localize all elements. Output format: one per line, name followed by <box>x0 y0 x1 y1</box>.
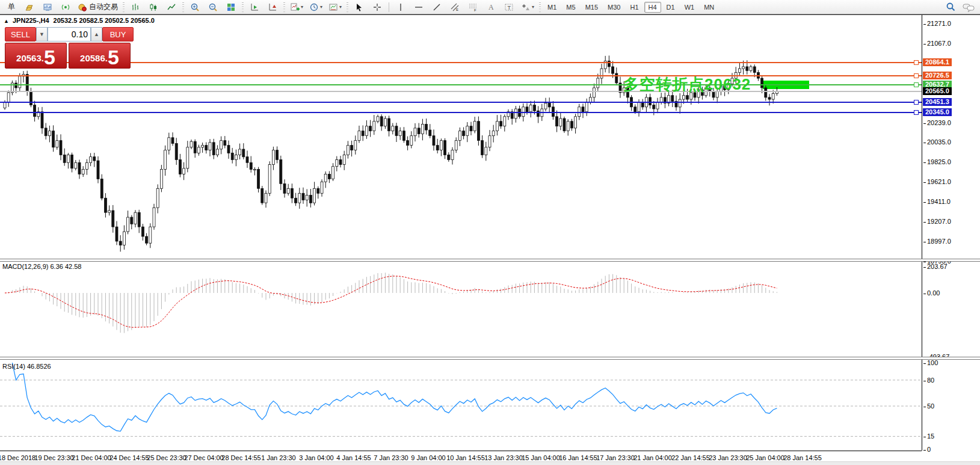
toolbar-handle <box>182 2 184 12</box>
time-axis-label: 27 Dec 04:00 <box>184 454 223 461</box>
new-order-label: 单 <box>8 2 15 12</box>
timeframe-m1[interactable]: M1 <box>543 2 561 13</box>
one-click-trading-panel: SELL ▼ ▲ BUY 20563.5 20586.5 <box>5 27 134 69</box>
add-indicator-button[interactable]: ▾ <box>288 1 306 14</box>
new-order-button[interactable]: 单 <box>3 1 20 14</box>
current-price-badge: 20565.0 <box>923 87 952 95</box>
text-label-button[interactable]: T <box>501 1 517 14</box>
level-drag-handle[interactable] <box>914 110 919 115</box>
rsi-pane[interactable] <box>0 362 922 451</box>
auto-scroll-button[interactable] <box>246 1 263 14</box>
level-drag-handle[interactable] <box>914 60 919 65</box>
price-axis[interactable]: 20864.120726.520632.720565.020451.320345… <box>922 15 980 451</box>
text-button[interactable]: A <box>482 1 499 14</box>
sell-quote[interactable]: 20563.5 <box>5 43 67 69</box>
time-axis-label: 18 Dec 2018 <box>0 454 35 461</box>
sell-button[interactable]: SELL <box>5 27 36 42</box>
shapes-icon <box>521 2 531 12</box>
horizontal-line-button[interactable] <box>410 1 427 14</box>
vertical-line-button[interactable] <box>392 1 409 14</box>
tile-windows-button[interactable] <box>223 1 239 14</box>
crosshair-button[interactable] <box>369 1 386 14</box>
cursor-button[interactable] <box>351 1 368 14</box>
buy-quote[interactable]: 20586.5 <box>69 43 131 69</box>
price-level-line[interactable] <box>0 102 922 103</box>
timeframe-m15[interactable]: M15 <box>581 2 602 13</box>
level-price-badge: 20726.5 <box>923 72 952 79</box>
chat-button[interactable] <box>960 1 977 14</box>
macd-label: MACD(12,26,9) 6.36 42.58 <box>2 263 81 270</box>
periods-clock-icon <box>309 2 319 12</box>
timeframe-m30[interactable]: M30 <box>603 2 624 13</box>
autotrading-icon <box>78 2 87 12</box>
market-watch-button[interactable] <box>39 1 56 14</box>
timeframe-h1[interactable]: H1 <box>626 2 643 13</box>
rsi-axis-tick: 0 <box>923 446 931 453</box>
chat-icon <box>963 2 975 12</box>
volume-increase-button[interactable]: ▲ <box>91 27 102 42</box>
price-level-line[interactable] <box>0 75 922 76</box>
price-level-line[interactable] <box>0 84 922 85</box>
price-axis-tick: 21271.0 <box>923 20 951 27</box>
line-chart-button[interactable] <box>163 1 180 14</box>
vertical-line-icon <box>396 2 405 12</box>
macd-axis-tick: 203.67 <box>923 263 948 270</box>
periods-button[interactable]: ▾ <box>307 1 325 14</box>
trendline-button[interactable] <box>428 1 445 14</box>
toolbar-handle <box>539 2 541 12</box>
price-axis-tick: 20239.0 <box>923 119 951 126</box>
templates-button[interactable]: ▾ <box>326 1 344 14</box>
price-level-line[interactable] <box>0 62 922 63</box>
level-drag-handle[interactable] <box>914 100 919 105</box>
time-axis-label: 28 Jan 14:55 <box>783 454 822 461</box>
volume-decrease-button[interactable]: ▼ <box>36 27 48 42</box>
search-button[interactable] <box>942 1 959 14</box>
zoom-in-button[interactable] <box>186 1 203 14</box>
equidistant-channel-button[interactable]: E <box>446 1 463 14</box>
timeframe-mn[interactable]: MN <box>700 2 718 13</box>
candlestick-chart-button[interactable] <box>145 1 162 14</box>
time-axis-label: 28 Dec 14:55 <box>221 454 260 461</box>
crosshair-icon <box>372 2 382 12</box>
fibonacci-button[interactable]: F <box>464 1 481 14</box>
bar-chart-button[interactable] <box>127 1 144 14</box>
price-axis-tick: 19411.0 <box>923 198 951 205</box>
pane-separator[interactable] <box>0 259 980 262</box>
level-price-badge: 20451.3 <box>923 98 952 106</box>
volume-input[interactable] <box>48 27 91 42</box>
signals-button[interactable] <box>57 1 74 14</box>
macd-pane[interactable] <box>0 261 922 357</box>
level-drag-handle[interactable] <box>914 82 919 87</box>
gold-button[interactable] <box>21 1 38 14</box>
add-indicator-icon <box>290 2 300 12</box>
price-axis-tick: 20035.0 <box>923 138 951 146</box>
shapes-button[interactable]: ▾ <box>519 1 537 14</box>
pane-separator[interactable] <box>0 357 980 360</box>
buy-button[interactable]: BUY <box>102 27 134 42</box>
price-pane[interactable] <box>0 15 922 259</box>
time-axis-label: 25 Jan 04:00 <box>746 454 784 461</box>
timeframe-m5[interactable]: M5 <box>562 2 579 13</box>
price-level-line[interactable] <box>0 112 922 113</box>
time-axis-label: 21 Jan 04:00 <box>633 454 672 461</box>
timeframe-w1[interactable]: W1 <box>680 2 699 13</box>
price-level-line[interactable] <box>0 91 922 92</box>
text-label-icon: T <box>504 2 514 12</box>
chart-window[interactable]: ▲ JPN225-,H4 20532.5 20582.5 20502.5 205… <box>0 14 980 465</box>
zoom-out-button[interactable] <box>205 1 221 14</box>
timeframe-h4[interactable]: H4 <box>644 2 661 13</box>
ohlc-values: 20532.5 20582.5 20502.5 20565.0 <box>54 17 155 24</box>
time-axis-label: 19 Dec 23:30 <box>34 454 73 461</box>
turning-point-annotation[interactable]: 多空转折点20632 <box>623 74 751 95</box>
equidistant-channel-icon: E <box>450 2 460 12</box>
autotrading-button[interactable]: 自动交易 <box>75 1 120 14</box>
time-axis-label: 10 Jan 14:55 <box>446 454 485 461</box>
level-drag-handle[interactable] <box>914 73 919 78</box>
zoom-in-icon <box>190 2 200 12</box>
chart-shift-button[interactable] <box>264 1 281 14</box>
time-axis-label: 13 Jan 23:30 <box>484 454 523 461</box>
timeframe-d1[interactable]: D1 <box>662 2 679 13</box>
collapse-panel-arrow[interactable]: ▲ <box>4 18 9 24</box>
bottom-strip <box>0 461 980 465</box>
timeframe-group: M1M5M15M30H1H4D1W1MN <box>543 2 719 13</box>
